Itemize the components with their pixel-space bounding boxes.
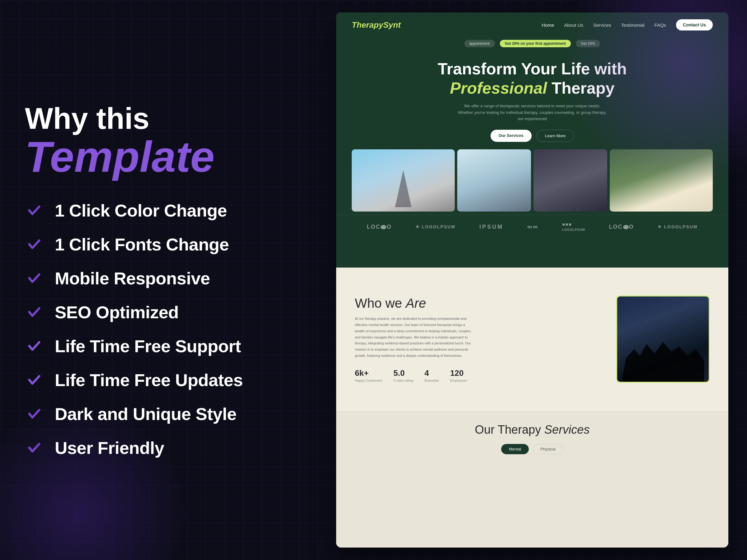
stat-label: 5 stars rating bbox=[393, 379, 413, 382]
feature-text-support: Life Time Free Support bbox=[55, 336, 241, 356]
logo-item: ✳ Logolpsum bbox=[658, 224, 697, 229]
stat-item: 120 Employees bbox=[450, 368, 467, 382]
about-image-inner bbox=[617, 296, 709, 382]
announce-pill-2[interactable]: Get 20% on your first appointment bbox=[500, 40, 571, 47]
checkmark-icon bbox=[25, 371, 44, 389]
announce-pill-1: appointment bbox=[464, 40, 495, 47]
services-heading: Our Therapy Services bbox=[355, 423, 710, 436]
feature-item: 1 Click Fonts Change bbox=[25, 234, 317, 255]
feature-item: Life Time Free Updates bbox=[25, 370, 317, 390]
logo-item: LOCO bbox=[609, 224, 634, 230]
stat-label: Employees bbox=[450, 379, 467, 382]
feature-item: Mobile Responsive bbox=[25, 268, 317, 288]
service-tab-mental[interactable]: Mental bbox=[501, 444, 529, 454]
checkmark-icon bbox=[25, 438, 44, 457]
nav-link-testimonial[interactable]: Testimonial bbox=[621, 22, 645, 28]
checkmark-icon bbox=[25, 303, 44, 321]
site-nav: TherapySynt Home About Us Services Testi… bbox=[336, 12, 728, 37]
logo-item: ✳ Logolpsum bbox=[415, 224, 455, 229]
hero-image-hand bbox=[352, 149, 455, 212]
services-heading-plain: Our Therapy bbox=[475, 423, 544, 436]
feature-item: User Friendly bbox=[25, 438, 317, 458]
hero-image-person bbox=[534, 149, 607, 212]
website-hero-section: TherapySynt Home About Us Services Testi… bbox=[336, 12, 728, 268]
feature-text-mobile: Mobile Responsive bbox=[55, 268, 210, 288]
logos-bar: LOCO ✳ Logolpsum IPSUM ∞∞ ■■■logolpsum L… bbox=[336, 215, 728, 239]
logo-item: ∞∞ bbox=[527, 223, 538, 231]
website-services-section: Our Therapy Services Mental Physical bbox=[336, 411, 728, 548]
hero-btn-learn-more[interactable]: Learn More bbox=[537, 130, 574, 142]
hero-buttons: Our Services Learn More bbox=[355, 130, 710, 142]
feature-item: 1 Click Color Change bbox=[25, 201, 317, 220]
stat-number: 6k+ bbox=[355, 368, 382, 378]
hero-subtitle: We offer a range of therapeutic services… bbox=[458, 103, 607, 122]
checkmark-icon bbox=[25, 337, 44, 355]
checkmark-icon bbox=[25, 201, 44, 220]
feature-text-friendly: User Friendly bbox=[55, 438, 164, 458]
nav-link-home[interactable]: Home bbox=[542, 22, 554, 28]
why-text: Why this bbox=[25, 102, 317, 135]
logo-item: LOCO bbox=[367, 224, 391, 230]
feature-list: 1 Click Color Change 1 Click Fonts Chang… bbox=[25, 201, 317, 458]
why-title: Why this Template bbox=[25, 102, 317, 201]
nav-contact-button[interactable]: Contact Us bbox=[676, 19, 713, 30]
website-about-section: Who we Are At our therapy practice, we a… bbox=[336, 268, 728, 411]
announce-pill-3: Get 20% bbox=[576, 40, 600, 47]
feature-item: Life Time Free Support bbox=[25, 336, 317, 356]
nav-links: Home About Us Services Testimonial FAQs … bbox=[542, 19, 713, 30]
stat-label: Happy Customers bbox=[355, 379, 382, 382]
about-heading-plain: Who we bbox=[355, 296, 406, 311]
about-text: Who we Are At our therapy practice, we a… bbox=[355, 296, 601, 382]
nav-link-services[interactable]: Services bbox=[593, 22, 611, 28]
stat-number: 120 bbox=[450, 368, 467, 378]
stat-item: 5.0 5 stars rating bbox=[393, 368, 413, 382]
stat-number: 4 bbox=[424, 368, 439, 378]
feature-item: Dark and Unique Style bbox=[25, 404, 317, 424]
nav-link-faqs[interactable]: FAQs bbox=[654, 22, 666, 28]
services-heading-italic: Services bbox=[544, 423, 590, 436]
stat-label: Branches bbox=[424, 379, 439, 382]
feature-text-dark: Dark and Unique Style bbox=[55, 404, 236, 424]
logo-item: ■■■logolpsum bbox=[562, 222, 585, 232]
hero-content: Transform Your Life with Professional Th… bbox=[336, 50, 728, 142]
site-logo: TherapySynt bbox=[352, 20, 401, 30]
hero-title: Transform Your Life with Professional Th… bbox=[355, 59, 710, 98]
announce-bar: appointment Get 20% on your first appoin… bbox=[336, 37, 728, 50]
service-tab-physical[interactable]: Physical bbox=[533, 444, 563, 454]
hero-title-therapy: Therapy bbox=[547, 79, 615, 97]
about-image bbox=[616, 296, 710, 383]
feature-item: SEO Optimized bbox=[25, 302, 317, 322]
website-preview: TherapySynt Home About Us Services Testi… bbox=[336, 12, 728, 548]
feature-text-seo: SEO Optimized bbox=[55, 302, 179, 322]
feature-text-updates: Life Time Free Updates bbox=[55, 370, 243, 390]
feature-text-color: 1 Click Color Change bbox=[55, 201, 227, 220]
hero-image-book bbox=[610, 149, 713, 212]
template-text: Template bbox=[25, 135, 317, 179]
hero-title-italic: Professional bbox=[450, 79, 547, 97]
services-tabs: Mental Physical bbox=[355, 444, 710, 454]
about-body-text: At our therapy practice, we are dedicate… bbox=[355, 316, 473, 359]
nav-link-about[interactable]: About Us bbox=[564, 22, 583, 28]
hero-image-room bbox=[457, 149, 531, 212]
about-heading-italic: Are bbox=[406, 296, 426, 311]
stat-item: 4 Branches bbox=[424, 368, 439, 382]
left-panel: Why this Template 1 Click Color Change 1… bbox=[0, 0, 342, 560]
about-heading: Who we Are bbox=[355, 296, 601, 311]
hero-btn-services[interactable]: Our Services bbox=[491, 130, 532, 142]
logo-item: IPSUM bbox=[479, 224, 503, 230]
checkmark-icon bbox=[25, 235, 44, 254]
stat-item: 6k+ Happy Customers bbox=[355, 368, 382, 382]
hero-title-line1: Transform Your Life with bbox=[438, 60, 627, 78]
feature-text-fonts: 1 Click Fonts Change bbox=[55, 234, 229, 255]
checkmark-icon bbox=[25, 269, 44, 288]
stat-number: 5.0 bbox=[393, 368, 413, 378]
stats-row: 6k+ Happy Customers 5.0 5 stars rating 4… bbox=[355, 368, 601, 382]
hero-images bbox=[336, 149, 728, 212]
checkmark-icon bbox=[25, 404, 44, 423]
